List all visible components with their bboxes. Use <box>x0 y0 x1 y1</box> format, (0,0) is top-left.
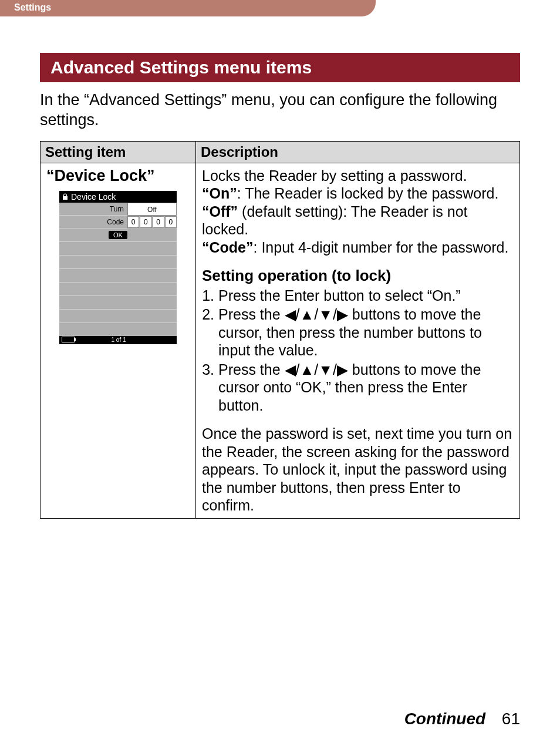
step-1: Press the Enter button to select “On.” <box>218 287 514 305</box>
mock-code-digit: 0 <box>127 216 139 228</box>
mock-footer: 1 of 1 <box>59 336 177 344</box>
arrow-icons: ◀/▲/▼/▶ <box>285 306 348 322</box>
header-tab: Settings <box>0 0 376 16</box>
desc-off-label: “Off” <box>202 203 238 220</box>
page-number: 61 <box>502 710 520 728</box>
setting-name: “Device Lock” <box>46 167 190 185</box>
settings-table: Setting item Description “Device Lock” D… <box>40 141 520 519</box>
desc-after: Once the password is set, next time you … <box>202 425 514 515</box>
desc-line: Locks the Reader by setting a password. <box>202 167 514 185</box>
mock-code-digit: 0 <box>140 216 151 228</box>
mock-title-text: Device Lock <box>71 192 116 201</box>
mock-code-boxes: 0 0 0 0 <box>127 216 177 228</box>
desc-code-label: “Code” <box>202 239 254 256</box>
desc-code: “Code”: Input 4-digit number for the pas… <box>202 238 514 257</box>
desc-on: “On”: The Reader is locked by the passwo… <box>202 184 514 203</box>
device-lock-mock: Device Lock Turn Off Code 0 <box>59 191 177 344</box>
lock-icon <box>62 193 69 200</box>
description-cell: Locks the Reader by setting a password. … <box>196 163 520 518</box>
mock-turn-label: Turn <box>59 203 127 216</box>
col-header-setting: Setting item <box>41 141 196 163</box>
intro-text: In the “Advanced Settings” menu, you can… <box>40 90 520 130</box>
setting-item-cell: “Device Lock” Device Lock Turn Off <box>41 163 196 518</box>
desc-off-text: (default setting): The Reader is not loc… <box>202 203 468 238</box>
desc-on-text: : The Reader is locked by the password. <box>237 185 499 201</box>
mock-code-label: Code <box>59 216 127 228</box>
step-3: Press the ◀/▲/▼/▶ buttons to move the cu… <box>218 361 514 415</box>
mock-ok-button: OK <box>109 231 127 239</box>
desc-on-label: “On” <box>202 185 237 201</box>
section-title: Advanced Settings menu items <box>40 53 520 82</box>
desc-off: “Off” (default setting): The Reader is n… <box>202 203 514 238</box>
operation-title: Setting operation (to lock) <box>202 267 514 285</box>
arrow-icons: ◀/▲/▼/▶ <box>285 361 348 378</box>
battery-icon <box>62 337 75 344</box>
mock-code-digit: 0 <box>165 216 177 228</box>
continued-label: Continued <box>404 710 485 728</box>
mock-title-bar: Device Lock <box>59 191 177 203</box>
mock-page-indicator: 1 of 1 <box>111 337 126 344</box>
page-footer: Continued 61 <box>404 710 520 728</box>
step-2a: Press the <box>218 306 285 322</box>
desc-code-text: : Input 4-digit number for the password. <box>254 239 509 256</box>
mock-turn-value: Off <box>127 203 177 216</box>
step-3a: Press the <box>218 361 285 378</box>
header-tab-label: Settings <box>14 2 51 12</box>
col-header-description: Description <box>196 141 520 163</box>
mock-code-digit: 0 <box>153 216 164 228</box>
step-2: Press the ◀/▲/▼/▶ buttons to move the cu… <box>218 305 514 359</box>
operation-steps: Press the Enter button to select “On.” P… <box>202 287 514 415</box>
